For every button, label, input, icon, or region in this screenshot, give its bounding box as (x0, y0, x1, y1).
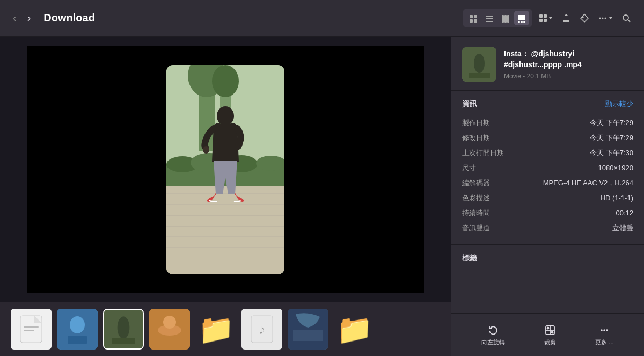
svg-rect-15 (544, 14, 547, 18)
tags-section: 標籤 (451, 245, 644, 276)
tag-button[interactable] (575, 10, 594, 26)
view-columns-icon[interactable] (498, 11, 513, 25)
view-gallery-icon[interactable] (514, 11, 529, 25)
thumbnail-strip: 📁 ♪ 📁 (0, 302, 451, 356)
info-key: 音訊聲道 (462, 223, 490, 233)
info-key: 修改日期 (462, 133, 490, 143)
svg-point-20 (602, 17, 604, 19)
svg-point-65 (547, 328, 549, 329)
file-name: Insta： @djshustryi#djshustr...pppp .mp4 (504, 49, 633, 70)
info-row: 尺寸 1080×1920 (462, 161, 633, 176)
info-key: 色彩描述 (462, 193, 490, 203)
view-mode-group (463, 9, 532, 27)
svg-point-19 (599, 17, 601, 19)
info-value: 今天 下午7:29 (590, 133, 633, 143)
trim-icon (544, 323, 556, 336)
page-title: Download (43, 12, 95, 24)
preview-inner (27, 46, 424, 293)
info-key: 上次打開日期 (462, 148, 504, 158)
rotate-label: 向左旋轉 (481, 338, 505, 346)
svg-point-69 (606, 329, 609, 331)
info-value: 00:12 (616, 209, 633, 217)
tags-dropdown-button[interactable] (535, 11, 557, 26)
svg-rect-61 (469, 73, 490, 78)
svg-point-50 (118, 316, 130, 339)
info-value: HD (1-1-1) (601, 194, 633, 202)
svg-point-47 (70, 316, 85, 333)
svg-point-67 (601, 329, 603, 331)
more-actions-label: 更多 ... (595, 338, 613, 346)
svg-rect-44 (24, 326, 39, 328)
svg-rect-45 (24, 330, 34, 331)
svg-point-28 (212, 65, 239, 97)
svg-rect-3 (474, 19, 477, 23)
info-value: 1080×1920 (598, 164, 633, 172)
svg-point-41 (217, 106, 234, 126)
svg-rect-29 (166, 183, 284, 274)
more-actions-button[interactable]: 更多 ... (590, 320, 619, 350)
list-item[interactable]: ♪ (241, 309, 282, 350)
back-button[interactable]: ‹ (9, 10, 21, 26)
svg-rect-7 (502, 15, 504, 23)
list-item[interactable]: 📁 (195, 309, 236, 350)
svg-rect-1 (474, 15, 477, 18)
svg-point-66 (552, 332, 553, 333)
show-less-button[interactable]: 顯示較少 (605, 99, 633, 109)
list-item[interactable] (288, 309, 328, 350)
list-item[interactable]: 📁 (334, 309, 375, 350)
list-item[interactable] (149, 309, 190, 350)
file-header: Insta： @djshustryi#djshustr...pppp .mp4 … (451, 37, 644, 91)
more-actions-icon (598, 323, 610, 336)
svg-rect-17 (544, 19, 547, 22)
trim-button[interactable]: 裁剪 (539, 320, 561, 350)
svg-rect-58 (293, 330, 323, 341)
svg-rect-12 (521, 21, 523, 23)
info-key: 製作日期 (462, 118, 490, 128)
svg-rect-5 (486, 18, 493, 19)
svg-rect-6 (486, 21, 493, 22)
info-section-label: 資訊 (462, 99, 477, 109)
svg-point-18 (582, 17, 583, 18)
svg-rect-13 (523, 21, 525, 23)
action-bar: 向左旋轉 裁剪 (451, 313, 644, 356)
main-content: 📁 ♪ 📁 (0, 37, 644, 356)
trim-label: 裁剪 (544, 338, 556, 346)
svg-point-60 (474, 54, 485, 73)
info-row: 上次打開日期 今天 下午7:30 (462, 146, 633, 161)
svg-rect-48 (68, 336, 87, 344)
view-grid-icon[interactable] (466, 11, 481, 25)
svg-line-23 (628, 20, 630, 22)
list-item[interactable] (57, 309, 98, 350)
list-item[interactable] (11, 309, 52, 350)
search-button[interactable] (617, 10, 635, 26)
video-frame[interactable] (166, 65, 284, 274)
rotate-icon (487, 323, 499, 336)
list-item[interactable] (103, 309, 144, 350)
svg-rect-2 (470, 19, 473, 23)
svg-point-22 (623, 15, 628, 20)
info-key: 尺寸 (462, 163, 476, 173)
svg-rect-9 (507, 15, 509, 23)
info-row: 持續時間 00:12 (462, 206, 633, 221)
left-panel: 📁 ♪ 📁 (0, 37, 451, 356)
file-info-text: Insta： @djshustryi#djshustr...pppp .mp4 … (504, 49, 633, 79)
right-panel: Insta： @djshustryi#djshustr...pppp .mp4 … (451, 37, 644, 356)
svg-rect-16 (539, 19, 543, 22)
info-rows: 製作日期 今天 下午7:29 修改日期 今天 下午7:29 上次打開日期 今天 … (462, 115, 633, 236)
svg-rect-14 (539, 14, 543, 18)
tags-label: 標籤 (462, 253, 633, 263)
svg-rect-4 (486, 16, 493, 17)
svg-point-42 (203, 146, 209, 154)
info-section: 資訊 顯示較少 製作日期 今天 下午7:29 修改日期 今天 下午7:29 上次… (451, 91, 644, 245)
rotate-left-button[interactable]: 向左旋轉 (476, 320, 510, 350)
info-header: 資訊 顯示較少 (462, 99, 633, 109)
info-key: 編解碼器 (462, 178, 490, 188)
more-button[interactable] (594, 10, 617, 26)
info-value: 今天 下午7:29 (590, 118, 633, 128)
view-list-icon[interactable] (482, 11, 497, 25)
svg-rect-8 (504, 15, 507, 23)
forward-button[interactable]: › (23, 10, 35, 26)
nav-buttons: ‹ › (9, 10, 35, 26)
share-button[interactable] (557, 10, 575, 26)
info-row: 製作日期 今天 下午7:29 (462, 115, 633, 130)
